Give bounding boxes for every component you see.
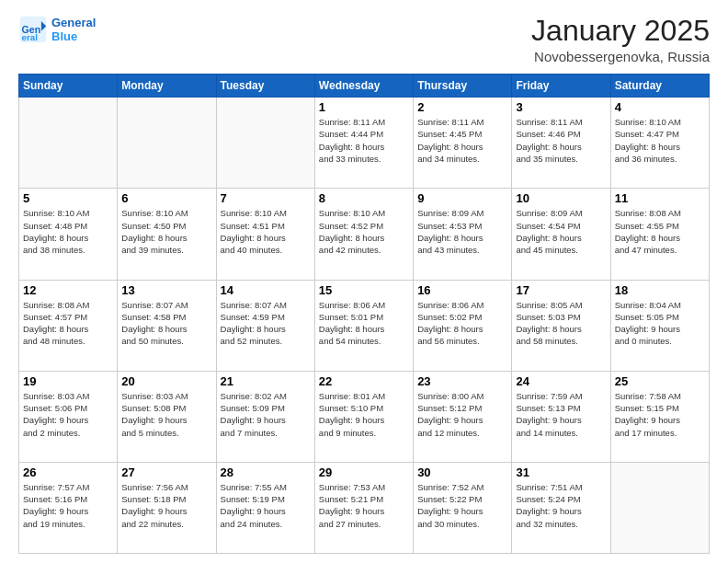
day-info: Sunrise: 8:03 AM Sunset: 5:08 PM Dayligh…	[121, 390, 211, 439]
day-info: Sunrise: 8:06 AM Sunset: 5:02 PM Dayligh…	[417, 299, 507, 348]
calendar-header-saturday: Saturday	[610, 75, 709, 98]
calendar-cell-3-2: 21Sunrise: 8:02 AM Sunset: 5:09 PM Dayli…	[216, 371, 314, 462]
day-number: 5	[23, 191, 113, 205]
day-info: Sunrise: 8:10 AM Sunset: 4:52 PM Dayligh…	[319, 207, 409, 256]
calendar-cell-2-2: 14Sunrise: 8:07 AM Sunset: 4:59 PM Dayli…	[216, 280, 314, 371]
day-info: Sunrise: 8:09 AM Sunset: 4:54 PM Dayligh…	[516, 207, 606, 256]
day-info: Sunrise: 8:09 AM Sunset: 4:53 PM Dayligh…	[417, 207, 507, 256]
header: Gen eral General Blue January 2025 Novob…	[18, 15, 710, 64]
day-number: 22	[319, 374, 409, 388]
day-info: Sunrise: 7:56 AM Sunset: 5:18 PM Dayligh…	[121, 481, 211, 530]
day-info: Sunrise: 8:11 AM Sunset: 4:46 PM Dayligh…	[516, 116, 606, 165]
calendar-cell-2-4: 16Sunrise: 8:06 AM Sunset: 5:02 PM Dayli…	[414, 280, 512, 371]
day-number: 29	[319, 465, 409, 479]
day-number: 23	[417, 374, 507, 388]
calendar-week-4: 26Sunrise: 7:57 AM Sunset: 5:16 PM Dayli…	[19, 462, 710, 553]
day-info: Sunrise: 8:07 AM Sunset: 4:58 PM Dayligh…	[121, 299, 211, 348]
calendar-header-sunday: Sunday	[19, 75, 118, 98]
calendar-cell-1-5: 10Sunrise: 8:09 AM Sunset: 4:54 PM Dayli…	[512, 189, 610, 280]
calendar-cell-3-1: 20Sunrise: 8:03 AM Sunset: 5:08 PM Dayli…	[118, 371, 216, 462]
calendar-cell-0-3: 1Sunrise: 8:11 AM Sunset: 4:44 PM Daylig…	[314, 98, 413, 189]
calendar-cell-4-6	[610, 462, 709, 553]
calendar-cell-2-6: 18Sunrise: 8:04 AM Sunset: 5:05 PM Dayli…	[610, 280, 709, 371]
calendar-week-3: 19Sunrise: 8:03 AM Sunset: 5:06 PM Dayli…	[19, 371, 710, 462]
day-number: 15	[319, 283, 409, 297]
calendar-header-friday: Friday	[512, 75, 610, 98]
day-info: Sunrise: 8:10 AM Sunset: 4:50 PM Dayligh…	[121, 207, 211, 256]
day-info: Sunrise: 8:10 AM Sunset: 4:51 PM Dayligh…	[221, 207, 311, 256]
calendar-cell-1-1: 6Sunrise: 8:10 AM Sunset: 4:50 PM Daylig…	[118, 189, 216, 280]
day-number: 12	[23, 283, 113, 297]
logo-icon: Gen eral	[18, 15, 48, 44]
calendar-header-tuesday: Tuesday	[216, 75, 314, 98]
day-number: 10	[516, 191, 606, 205]
day-info: Sunrise: 8:04 AM Sunset: 5:05 PM Dayligh…	[615, 299, 705, 348]
calendar-cell-4-0: 26Sunrise: 7:57 AM Sunset: 5:16 PM Dayli…	[19, 462, 118, 553]
day-number: 25	[615, 374, 705, 388]
calendar-cell-3-0: 19Sunrise: 8:03 AM Sunset: 5:06 PM Dayli…	[19, 371, 118, 462]
calendar-cell-4-4: 30Sunrise: 7:52 AM Sunset: 5:22 PM Dayli…	[414, 462, 512, 553]
day-number: 31	[516, 465, 606, 479]
day-number: 8	[319, 191, 409, 205]
calendar-header-thursday: Thursday	[414, 75, 512, 98]
day-number: 26	[23, 465, 113, 479]
day-number: 9	[417, 191, 507, 205]
calendar-cell-4-5: 31Sunrise: 7:51 AM Sunset: 5:24 PM Dayli…	[512, 462, 610, 553]
day-number: 1	[319, 100, 409, 114]
day-number: 6	[121, 191, 211, 205]
day-info: Sunrise: 8:10 AM Sunset: 4:48 PM Dayligh…	[23, 207, 113, 256]
calendar-cell-2-5: 17Sunrise: 8:05 AM Sunset: 5:03 PM Dayli…	[512, 280, 610, 371]
day-number: 2	[417, 100, 507, 114]
day-info: Sunrise: 8:08 AM Sunset: 4:55 PM Dayligh…	[615, 207, 705, 256]
calendar-cell-0-0	[19, 98, 118, 189]
calendar-cell-2-1: 13Sunrise: 8:07 AM Sunset: 4:58 PM Dayli…	[118, 280, 216, 371]
day-number: 27	[121, 465, 211, 479]
calendar: SundayMondayTuesdayWednesdayThursdayFrid…	[18, 74, 710, 554]
day-number: 17	[516, 283, 606, 297]
day-number: 14	[221, 283, 311, 297]
day-info: Sunrise: 8:10 AM Sunset: 4:47 PM Dayligh…	[615, 116, 705, 165]
day-info: Sunrise: 8:00 AM Sunset: 5:12 PM Dayligh…	[417, 390, 507, 439]
location: Novobessergenovka, Russia	[531, 49, 710, 64]
logo: Gen eral General Blue	[18, 15, 96, 44]
logo-text: General Blue	[51, 16, 96, 43]
day-number: 30	[417, 465, 507, 479]
calendar-header-monday: Monday	[118, 75, 216, 98]
calendar-cell-1-2: 7Sunrise: 8:10 AM Sunset: 4:51 PM Daylig…	[216, 189, 314, 280]
day-info: Sunrise: 7:51 AM Sunset: 5:24 PM Dayligh…	[516, 481, 606, 530]
day-info: Sunrise: 8:01 AM Sunset: 5:10 PM Dayligh…	[319, 390, 409, 439]
calendar-cell-3-5: 24Sunrise: 7:59 AM Sunset: 5:13 PM Dayli…	[512, 371, 610, 462]
calendar-cell-0-5: 3Sunrise: 8:11 AM Sunset: 4:46 PM Daylig…	[512, 98, 610, 189]
calendar-cell-1-3: 8Sunrise: 8:10 AM Sunset: 4:52 PM Daylig…	[314, 189, 413, 280]
calendar-week-0: 1Sunrise: 8:11 AM Sunset: 4:44 PM Daylig…	[19, 98, 710, 189]
calendar-cell-4-3: 29Sunrise: 7:53 AM Sunset: 5:21 PM Dayli…	[314, 462, 413, 553]
calendar-cell-1-0: 5Sunrise: 8:10 AM Sunset: 4:48 PM Daylig…	[19, 189, 118, 280]
calendar-header-wednesday: Wednesday	[314, 75, 413, 98]
day-number: 13	[121, 283, 211, 297]
calendar-week-1: 5Sunrise: 8:10 AM Sunset: 4:48 PM Daylig…	[19, 189, 710, 280]
calendar-cell-4-1: 27Sunrise: 7:56 AM Sunset: 5:18 PM Dayli…	[118, 462, 216, 553]
calendar-cell-1-6: 11Sunrise: 8:08 AM Sunset: 4:55 PM Dayli…	[610, 189, 709, 280]
day-info: Sunrise: 8:08 AM Sunset: 4:57 PM Dayligh…	[23, 299, 113, 348]
calendar-cell-1-4: 9Sunrise: 8:09 AM Sunset: 4:53 PM Daylig…	[414, 189, 512, 280]
calendar-cell-3-6: 25Sunrise: 7:58 AM Sunset: 5:15 PM Dayli…	[610, 371, 709, 462]
calendar-cell-0-1	[118, 98, 216, 189]
calendar-week-2: 12Sunrise: 8:08 AM Sunset: 4:57 PM Dayli…	[19, 280, 710, 371]
calendar-cell-0-6: 4Sunrise: 8:10 AM Sunset: 4:47 PM Daylig…	[610, 98, 709, 189]
calendar-cell-2-0: 12Sunrise: 8:08 AM Sunset: 4:57 PM Dayli…	[19, 280, 118, 371]
day-info: Sunrise: 8:03 AM Sunset: 5:06 PM Dayligh…	[23, 390, 113, 439]
month-title: January 2025	[531, 15, 710, 47]
day-info: Sunrise: 7:52 AM Sunset: 5:22 PM Dayligh…	[417, 481, 507, 530]
day-number: 11	[615, 191, 705, 205]
day-info: Sunrise: 8:11 AM Sunset: 4:45 PM Dayligh…	[417, 116, 507, 165]
title-area: January 2025 Novobessergenovka, Russia	[531, 15, 710, 64]
day-number: 3	[516, 100, 606, 114]
day-info: Sunrise: 7:55 AM Sunset: 5:19 PM Dayligh…	[221, 481, 311, 530]
calendar-header-row: SundayMondayTuesdayWednesdayThursdayFrid…	[19, 75, 710, 98]
day-info: Sunrise: 7:58 AM Sunset: 5:15 PM Dayligh…	[615, 390, 705, 439]
day-info: Sunrise: 8:06 AM Sunset: 5:01 PM Dayligh…	[319, 299, 409, 348]
day-info: Sunrise: 8:11 AM Sunset: 4:44 PM Dayligh…	[319, 116, 409, 165]
day-info: Sunrise: 8:05 AM Sunset: 5:03 PM Dayligh…	[516, 299, 606, 348]
calendar-cell-0-4: 2Sunrise: 8:11 AM Sunset: 4:45 PM Daylig…	[414, 98, 512, 189]
day-number: 19	[23, 374, 113, 388]
